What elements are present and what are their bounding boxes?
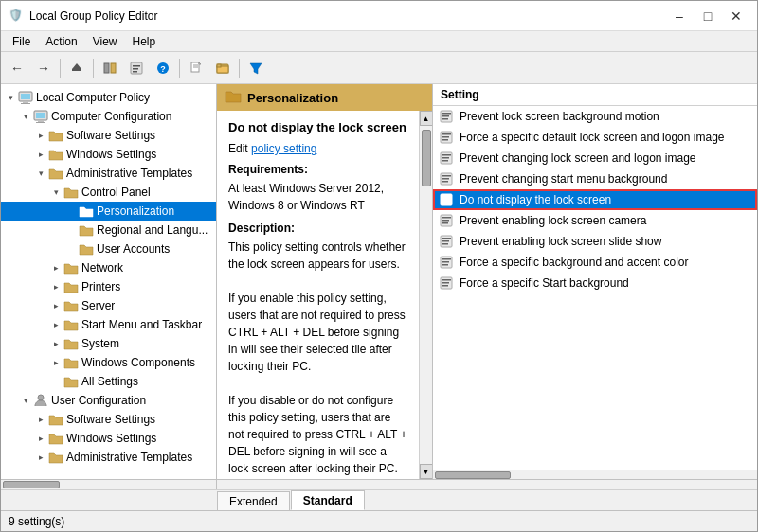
expander-windows-settings[interactable] xyxy=(33,147,48,162)
new-button[interactable] xyxy=(184,56,208,80)
tree-node-control-panel[interactable]: Control Panel xyxy=(1,183,216,202)
expander-server[interactable] xyxy=(48,298,63,313)
expander-personalization xyxy=(63,204,79,219)
filter-button[interactable] xyxy=(244,56,268,80)
menu-help[interactable]: Help xyxy=(125,33,164,50)
properties-button[interactable] xyxy=(124,56,149,80)
all-settings-label: All Settings xyxy=(81,375,138,388)
expander-windows-components[interactable] xyxy=(48,355,63,370)
tree-node-user-windows-settings[interactable]: Windows Settings xyxy=(1,429,216,448)
expander-user-config[interactable] xyxy=(18,393,33,408)
expander-printers[interactable] xyxy=(48,279,63,294)
scroll-down-btn[interactable]: ▼ xyxy=(420,464,433,479)
back-button[interactable]: ← xyxy=(5,56,29,80)
tree-node-local-computer-policy[interactable]: Local Computer Policy xyxy=(1,88,216,107)
tree-scrollbar[interactable] xyxy=(1,480,217,489)
help-button[interactable]: ? xyxy=(151,56,175,80)
policy-item-label: Force a specific background and accent c… xyxy=(460,256,688,269)
expander-network[interactable] xyxy=(48,260,63,275)
tree-node-regional[interactable]: Regional and Langu... xyxy=(1,221,216,239)
right-list-item[interactable]: Do not display the lock screen xyxy=(433,189,757,210)
svg-rect-24 xyxy=(38,120,44,122)
tree-node-personalization[interactable]: Personalization xyxy=(1,202,216,221)
user-windows-label: Windows Settings xyxy=(66,432,156,445)
svg-rect-30 xyxy=(442,118,448,120)
expander-control-panel[interactable] xyxy=(48,185,63,200)
right-list-item[interactable]: Prevent changing lock screen and logon i… xyxy=(433,148,757,168)
up-button[interactable] xyxy=(64,56,89,80)
menu-action[interactable]: Action xyxy=(38,33,84,50)
tree-node-network[interactable]: Network xyxy=(1,258,216,277)
folder-regional-icon xyxy=(79,222,94,238)
windows-components-label: Windows Components xyxy=(81,356,195,369)
expander-start-menu[interactable] xyxy=(48,317,63,332)
folder-user-windows-icon xyxy=(48,431,63,446)
control-panel-label: Control Panel xyxy=(81,186,151,199)
middle-scrollbar[interactable]: ▲ ▼ xyxy=(419,111,432,479)
menu-file[interactable]: File xyxy=(5,33,38,50)
svg-rect-16 xyxy=(217,64,221,67)
right-list-item[interactable]: Prevent enabling lock screen camera xyxy=(433,210,757,231)
right-list-item[interactable]: Force a specific background and accent c… xyxy=(433,252,757,273)
tree-scroll-thumb[interactable] xyxy=(3,481,60,488)
tree-node-server[interactable]: Server xyxy=(1,296,216,315)
expander-user-windows-settings[interactable] xyxy=(33,431,48,446)
tree-node-system[interactable]: System xyxy=(1,334,216,353)
user-admin-label: Administrative Templates xyxy=(66,451,192,464)
expander-computer-config[interactable] xyxy=(18,109,33,124)
right-list-item[interactable]: Prevent lock screen background motion xyxy=(433,106,757,127)
policy-item-label: Prevent enabling lock screen camera xyxy=(460,214,646,227)
tab-extended[interactable]: Extended xyxy=(217,491,290,510)
right-scroll-thumb[interactable] xyxy=(435,471,511,479)
folder-all-settings-icon xyxy=(63,374,79,389)
expander-all-settings xyxy=(48,374,63,389)
policy-item-label: Force a specific Start background xyxy=(460,276,629,290)
tree-node-software-settings[interactable]: Software Settings xyxy=(1,126,216,145)
browse-button[interactable] xyxy=(210,56,235,80)
svg-rect-49 xyxy=(442,220,449,222)
minimize-button[interactable]: – xyxy=(666,5,693,27)
svg-rect-38 xyxy=(442,160,448,162)
expander-system[interactable] xyxy=(48,336,63,351)
middle-header: Personalization xyxy=(217,84,432,111)
expander-user-admin-templates[interactable] xyxy=(33,450,48,465)
policy-item-icon xyxy=(439,234,454,249)
tab-standard[interactable]: Standard xyxy=(291,490,365,510)
close-button[interactable]: ✕ xyxy=(723,5,749,27)
right-list-item[interactable]: Force a specific Start background xyxy=(433,273,757,293)
tree-node-user-accounts[interactable]: User Accounts xyxy=(1,239,216,258)
scroll-thumb[interactable] xyxy=(422,130,431,186)
policy-item-icon xyxy=(439,255,454,270)
scroll-up-btn[interactable]: ▲ xyxy=(420,111,433,126)
svg-rect-32 xyxy=(442,133,451,135)
right-list-item[interactable]: Prevent enabling lock screen slide show xyxy=(433,231,757,252)
policy-item-label: Prevent changing lock screen and logon i… xyxy=(460,151,696,165)
maximize-button[interactable]: □ xyxy=(695,5,721,27)
tree-node-user-config[interactable]: User Configuration xyxy=(1,391,216,410)
tree-node-printers[interactable]: Printers xyxy=(1,277,216,296)
forward-button[interactable]: → xyxy=(31,56,56,80)
right-scroll-bar[interactable] xyxy=(433,470,757,479)
expander-admin-templates[interactable] xyxy=(33,166,48,181)
user-software-label: Software Settings xyxy=(66,413,155,426)
svg-marker-11 xyxy=(199,62,201,64)
expander-local-computer[interactable] xyxy=(3,90,18,105)
tree-node-user-admin-templates[interactable]: Administrative Templates xyxy=(1,448,216,467)
expander-software[interactable] xyxy=(33,128,48,143)
svg-rect-7 xyxy=(133,71,137,73)
tree-node-windows-components[interactable]: Windows Components xyxy=(1,353,216,372)
svg-rect-48 xyxy=(442,217,451,219)
show-hide-button[interactable] xyxy=(98,56,122,80)
tree-node-all-settings[interactable]: All Settings xyxy=(1,372,216,391)
tree-node-admin-templates[interactable]: Administrative Templates xyxy=(1,164,216,183)
title-bar: 🛡️ Local Group Policy Editor – □ ✕ xyxy=(1,1,757,31)
policy-setting-link[interactable]: policy setting xyxy=(251,142,316,155)
tree-node-user-software-settings[interactable]: Software Settings xyxy=(1,410,216,429)
right-list-item[interactable]: Prevent changing start menu background xyxy=(433,168,757,189)
tree-node-start-menu[interactable]: Start Menu and Taskbar xyxy=(1,315,216,334)
menu-view[interactable]: View xyxy=(85,33,125,50)
expander-user-software[interactable] xyxy=(33,412,48,427)
right-list-item[interactable]: Force a specific default lock screen and… xyxy=(433,127,757,148)
tree-node-windows-settings[interactable]: Windows Settings xyxy=(1,145,216,164)
tree-node-computer-config[interactable]: Computer Configuration xyxy=(1,107,216,126)
